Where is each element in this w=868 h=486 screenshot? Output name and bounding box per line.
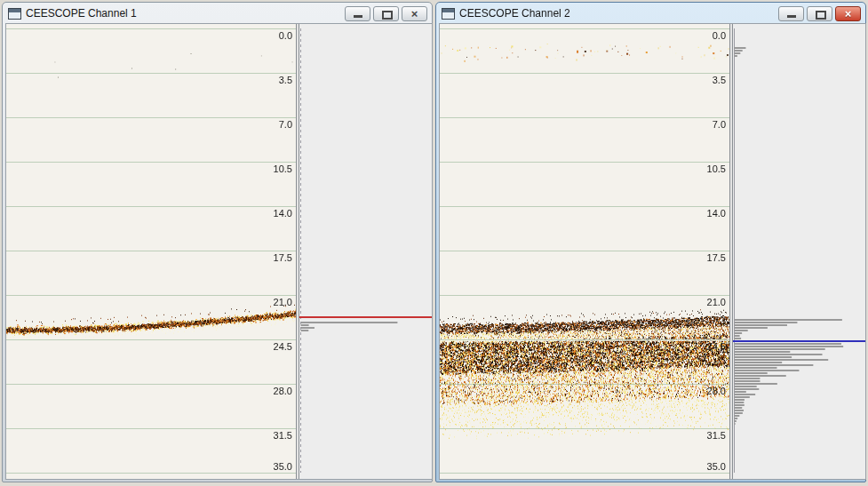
depth-label: 10.5	[274, 163, 292, 174]
depth-label: 10.5	[707, 163, 726, 174]
titlebar-channel1[interactable]: CEESCOPE Channel 1 ×	[5, 3, 429, 23]
depth-label: 24.5	[707, 341, 726, 352]
digitized-depth-marker	[733, 340, 865, 342]
depth-label: 35.0	[274, 461, 292, 472]
echogram-channel2: 0.03.57.010.514.017.521.024.528.031.535.…	[440, 24, 729, 479]
maximize-button[interactable]	[373, 6, 399, 21]
depth-label: 0.0	[713, 30, 726, 41]
client-area: 0.03.57.010.514.017.521.024.528.031.535.…	[5, 23, 433, 480]
depth-label: 35.0	[707, 461, 726, 472]
scope-panel-channel2	[733, 24, 865, 479]
depth-label: 14.0	[274, 208, 292, 219]
depth-label: 28.0	[707, 386, 726, 396]
window-channel1: CEESCOPE Channel 1 × 0.03.57.010.514.017…	[2, 2, 433, 482]
window-controls: ×	[778, 6, 861, 21]
minimize-button[interactable]	[345, 6, 370, 21]
depth-label: 21.0	[274, 297, 292, 307]
depth-label: 31.5	[707, 430, 726, 441]
desktop: CEESCOPE Channel 1 × 0.03.57.010.514.017…	[0, 0, 868, 486]
scope-canvas	[299, 24, 432, 479]
echogram-channel1: 0.03.57.010.514.017.521.024.528.031.535.…	[6, 24, 296, 479]
depth-label: 0.0	[279, 30, 292, 41]
client-area: 0.03.57.010.514.017.521.024.528.031.535.…	[439, 23, 866, 480]
close-button[interactable]: ×	[402, 6, 427, 21]
depth-label: 7.0	[713, 119, 726, 130]
depth-label: 28.0	[274, 386, 292, 396]
window-controls: ×	[345, 6, 427, 21]
close-button[interactable]: ×	[835, 6, 861, 21]
depth-label: 31.5	[274, 430, 292, 441]
depth-label: 17.5	[274, 252, 292, 263]
depth-label: 24.5	[274, 341, 292, 352]
depth-label: 21.0	[707, 297, 726, 307]
depth-label: 3.5	[279, 75, 292, 85]
window-icon	[442, 8, 455, 20]
maximize-button[interactable]	[807, 6, 832, 21]
digitized-depth-marker	[299, 316, 432, 318]
depth-label: 3.5	[713, 75, 726, 85]
echogram-canvas	[440, 24, 729, 479]
close-icon: ×	[836, 7, 860, 20]
echogram-canvas	[6, 24, 296, 479]
depth-label: 7.0	[279, 119, 292, 130]
depth-label: 14.0	[707, 208, 726, 219]
minimize-button[interactable]	[778, 6, 804, 21]
window-icon	[8, 8, 21, 20]
window-title: CEESCOPE Channel 1	[26, 7, 345, 20]
scope-canvas	[733, 24, 865, 479]
scope-panel-channel1	[299, 24, 432, 479]
depth-label: 17.5	[707, 252, 726, 263]
close-icon: ×	[402, 7, 426, 20]
titlebar-channel2[interactable]: CEESCOPE Channel 2 ×	[439, 3, 863, 23]
window-channel2: CEESCOPE Channel 2 × 0.03.57.010.514.017…	[435, 2, 866, 482]
window-title: CEESCOPE Channel 2	[459, 7, 778, 20]
